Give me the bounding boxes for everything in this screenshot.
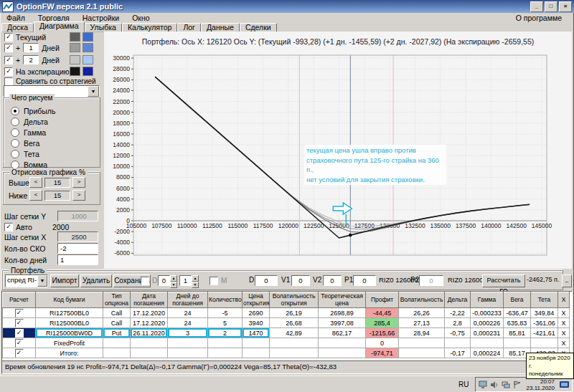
table-cell[interactable] <box>319 338 366 348</box>
table-cell[interactable] <box>504 338 531 348</box>
table-cell[interactable]: -0,17 <box>445 348 471 358</box>
table-cell[interactable]: 85,81 <box>504 328 531 338</box>
draw-option-radio[interactable] <box>11 107 19 115</box>
display-tray-icon[interactable] <box>479 381 487 389</box>
table-cell[interactable] <box>103 338 131 348</box>
table-cell[interactable]: RI125000BL0 <box>36 318 103 328</box>
draw-option-radio[interactable] <box>11 139 19 148</box>
flag-tray-icon[interactable] <box>513 381 522 389</box>
column-header[interactable]: Количество <box>208 292 243 308</box>
row-delete-button[interactable]: X <box>558 338 570 348</box>
portfolio-preset-dropdown[interactable]: спред RI-1 ▼ <box>5 274 48 287</box>
table-cell[interactable]: 2,8 <box>445 318 471 328</box>
column-header[interactable]: Вега <box>504 292 531 308</box>
draw-option-radio[interactable] <box>11 128 19 137</box>
table-cell[interactable]: 24 <box>168 308 208 318</box>
table-cell[interactable]: -361,06 <box>531 318 558 328</box>
table-cell[interactable]: 0 <box>366 338 399 348</box>
table-cell[interactable]: 26,19 <box>270 308 319 318</box>
auto-checkbox[interactable]: ✓ <box>4 223 13 231</box>
column-header[interactable]: Дней до погашения <box>168 292 208 308</box>
row-checkbox[interactable]: ✓ <box>15 349 24 358</box>
table-cell[interactable]: 5 <box>208 318 243 328</box>
above-decrement-button[interactable]: < <box>29 177 42 188</box>
table-cell[interactable]: 26.11.2020 <box>131 328 168 338</box>
below-increment-button[interactable]: > <box>72 190 85 201</box>
table-cell[interactable]: -421,61 <box>531 328 558 338</box>
dh-checkbox[interactable] <box>141 277 149 285</box>
table-cell[interactable] <box>399 348 445 358</box>
column-header[interactable]: Дата погашения <box>131 292 168 308</box>
v1-input[interactable]: 0 <box>291 275 310 286</box>
table-cell[interactable]: Итого: <box>36 348 103 358</box>
spin-down-icon[interactable]: ▼ <box>192 282 199 288</box>
column-header[interactable]: Расчет <box>3 292 36 308</box>
table-cell[interactable]: 0,000226 <box>471 318 504 328</box>
table-cell[interactable]: 28,94 <box>399 328 445 338</box>
table-cell[interactable]: 17.12.2020 <box>131 308 168 318</box>
table-cell[interactable] <box>131 338 168 348</box>
delete-button[interactable]: Удалить <box>80 274 112 287</box>
row-calc-cell[interactable]: ✓ <box>3 338 36 348</box>
row-delete-button[interactable]: X <box>558 308 570 318</box>
table-cell[interactable]: 2 <box>208 328 243 338</box>
tab-Диаграмма[interactable]: Диаграмма <box>34 21 85 32</box>
current-checkbox[interactable]: ✓ <box>4 33 13 42</box>
column-header[interactable]: Тета <box>531 292 558 308</box>
title-bar[interactable]: OptionFW версия 2.1 public _ □ × <box>0 0 574 13</box>
mini-button[interactable]: _ <box>562 274 572 287</box>
v2-input[interactable]: 0 <box>323 275 342 286</box>
days-count-input[interactable]: 1 <box>57 254 98 265</box>
table-cell[interactable]: 285,4 <box>366 318 399 328</box>
compare-checkbox[interactable] <box>4 77 13 86</box>
calc-go-button[interactable]: Рассчитать ГО <box>482 274 525 287</box>
dropdown-arrow-icon[interactable]: ▼ <box>88 86 99 97</box>
table-cell[interactable] <box>270 348 319 358</box>
m-checkbox[interactable] <box>210 277 218 285</box>
table-cell[interactable]: -1215,66 <box>366 328 399 338</box>
menu-item[interactable]: Окно <box>126 14 156 22</box>
table-cell[interactable]: Call <box>103 308 131 318</box>
column-header[interactable]: Волатильность <box>399 292 445 308</box>
column-header[interactable]: Волатильность открытия <box>270 292 319 308</box>
p2-input[interactable]: 0 <box>419 275 443 286</box>
table-cell[interactable]: 3940 <box>243 318 270 328</box>
dh-spinner-1[interactable]: 0 ▲▼ <box>158 275 177 288</box>
table-cell[interactable] <box>270 338 319 348</box>
table-cell[interactable]: 0,000224 <box>471 348 504 358</box>
table-cell[interactable]: 26,68 <box>270 318 319 328</box>
table-cell[interactable] <box>208 348 243 358</box>
expiration-checkbox[interactable]: ✓ <box>4 67 13 76</box>
table-cell[interactable]: Call <box>103 318 131 328</box>
table-cell[interactable]: RI127500BL0 <box>36 308 103 318</box>
table-cell[interactable] <box>103 348 131 358</box>
above-increment-button[interactable]: > <box>72 177 85 188</box>
plus2-checkbox[interactable]: ✓ <box>4 56 13 64</box>
table-cell[interactable]: 862,17 <box>319 328 366 338</box>
table-cell[interactable]: FixedProfit <box>36 338 103 348</box>
taskbar-clock[interactable]: 20:07 23.11.2020 <box>524 378 557 391</box>
table-cell[interactable]: 24 <box>168 318 208 328</box>
table-cell[interactable]: -44,45 <box>366 308 399 318</box>
volume-tray-icon[interactable] <box>490 381 499 389</box>
minimize-button[interactable]: _ <box>530 1 543 12</box>
draw-option-radio[interactable] <box>11 118 19 126</box>
column-header[interactable]: Профит <box>366 292 399 308</box>
column-header[interactable]: Код бумаги <box>36 292 103 308</box>
spin-up-icon[interactable]: ▲ <box>192 275 199 282</box>
row-calc-cell[interactable]: ✓ <box>3 318 36 328</box>
column-header[interactable]: Цена открытия <box>243 292 270 308</box>
menu-item-about[interactable]: О программе <box>509 14 568 22</box>
table-cell[interactable]: -0,75 <box>445 328 471 338</box>
table-cell[interactable]: 635,83 <box>504 318 531 328</box>
row-calc-cell[interactable]: ✓ <box>3 328 36 338</box>
table-cell[interactable] <box>168 338 208 348</box>
language-indicator[interactable]: RU <box>453 381 474 388</box>
column-header[interactable]: Дельта <box>445 292 471 308</box>
table-cell[interactable] <box>531 338 558 348</box>
row-calc-cell[interactable]: ✓ <box>3 308 36 318</box>
table-cell[interactable]: -2,22 <box>445 308 471 318</box>
table-cell[interactable]: -5 <box>208 308 243 318</box>
dropdown-arrow-icon[interactable]: ▼ <box>37 275 47 287</box>
row-delete-button[interactable]: X <box>558 328 570 338</box>
